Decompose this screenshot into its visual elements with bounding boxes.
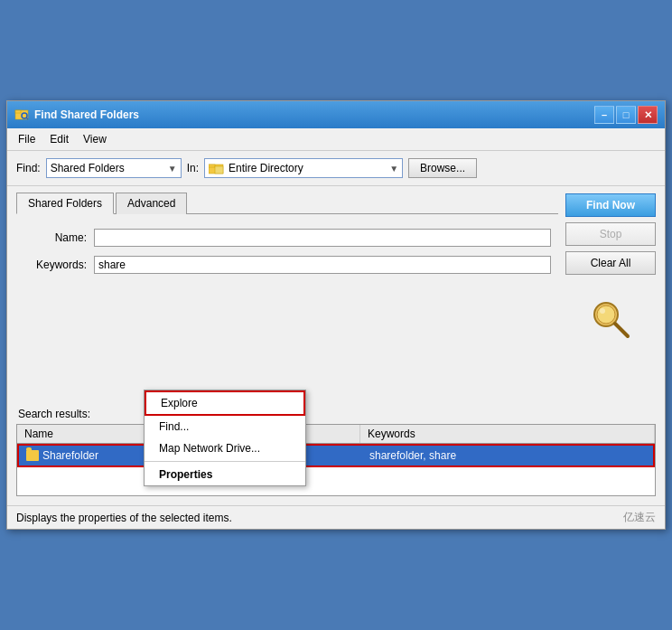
left-panel: Shared Folders Advanced Name: Keywords:: [16, 192, 558, 402]
context-menu-find[interactable]: Find...: [145, 416, 305, 437]
window-icon: [14, 108, 29, 122]
maximize-button[interactable]: □: [616, 106, 636, 124]
clear-all-button[interactable]: Clear All: [565, 251, 656, 275]
close-button[interactable]: ✕: [638, 106, 658, 124]
main-content: Shared Folders Advanced Name: Keywords: …: [7, 186, 665, 408]
find-dropdown-arrow: ▼: [168, 164, 177, 174]
svg-line-9: [615, 324, 628, 336]
svg-rect-6: [215, 166, 223, 174]
tabs: Shared Folders Advanced: [16, 192, 558, 214]
find-dropdown[interactable]: Shared Folders ▼: [46, 158, 182, 178]
right-panel: Find Now Stop Clear All: [565, 192, 656, 402]
menu-bar: File Edit View: [7, 128, 665, 151]
cell-keywords: sharefolder, share: [362, 446, 653, 465]
form-area: Name: Keywords:: [16, 221, 558, 402]
minimize-button[interactable]: –: [594, 106, 614, 124]
table-row[interactable]: Sharefolder \\DC01\Sharefolder sharefold…: [17, 444, 655, 467]
in-dropdown[interactable]: Entire Directory ▼: [204, 158, 403, 178]
context-menu-map-drive[interactable]: Map Network Drive...: [145, 437, 305, 459]
tab-shared-folders[interactable]: Shared Folders: [16, 193, 114, 214]
results-body: Sharefolder \\DC01\Sharefolder sharefold…: [17, 444, 655, 467]
in-dropdown-arrow: ▼: [389, 164, 398, 174]
title-bar-left: Find Shared Folders: [14, 108, 139, 122]
menu-edit[interactable]: Edit: [42, 130, 76, 148]
context-menu-properties[interactable]: Properties: [145, 464, 305, 485]
keywords-input[interactable]: [94, 256, 551, 274]
main-window: Find Shared Folders – □ ✕ File Edit View…: [6, 100, 666, 530]
title-bar-controls: – □ ✕: [594, 106, 658, 124]
results-label: Search results:: [16, 408, 656, 420]
toolbar: Find: Shared Folders ▼ In: Entire Direct…: [7, 151, 665, 186]
folder-icon: [26, 450, 39, 461]
context-menu-separator: [145, 461, 305, 462]
results-section: Search results: Name Share Keywords Shar…: [7, 408, 665, 500]
context-menu: Explore Find... Map Network Drive... Pro…: [144, 390, 306, 486]
status-text: Displays the properties of the selected …: [16, 512, 232, 524]
stop-button[interactable]: Stop: [565, 222, 656, 246]
svg-rect-5: [209, 165, 215, 167]
window-title: Find Shared Folders: [34, 108, 139, 121]
search-icon-area: [565, 295, 656, 340]
results-container: Name Share Keywords Sharefolder \\DC01\S…: [16, 424, 656, 496]
in-dropdown-value: Entire Directory: [229, 162, 303, 174]
context-menu-explore[interactable]: Explore: [145, 390, 305, 416]
svg-point-8: [597, 306, 615, 324]
svg-point-10: [600, 308, 605, 314]
search-magnifier-icon: [588, 295, 633, 340]
col-keywords: Keywords: [360, 425, 655, 443]
name-label: Name:: [23, 231, 87, 244]
tab-advanced[interactable]: Advanced: [116, 193, 187, 214]
results-header: Name Share Keywords: [17, 425, 655, 444]
name-row: Name:: [23, 229, 551, 247]
find-dropdown-value: Shared Folders: [51, 162, 125, 174]
find-now-button[interactable]: Find Now: [565, 193, 656, 217]
in-label: In:: [187, 162, 199, 174]
name-input[interactable]: [94, 229, 551, 247]
watermark: 亿速云: [623, 510, 656, 525]
menu-view[interactable]: View: [76, 130, 114, 148]
find-label: Find:: [16, 162, 41, 174]
keywords-label: Keywords:: [23, 259, 87, 271]
keywords-row: Keywords:: [23, 256, 551, 274]
title-bar: Find Shared Folders – □ ✕: [7, 101, 665, 128]
directory-icon: [209, 162, 225, 174]
browse-button[interactable]: Browse...: [408, 158, 477, 178]
status-bar: Displays the properties of the selected …: [7, 505, 665, 529]
menu-file[interactable]: File: [11, 130, 42, 148]
svg-rect-1: [15, 110, 21, 113]
